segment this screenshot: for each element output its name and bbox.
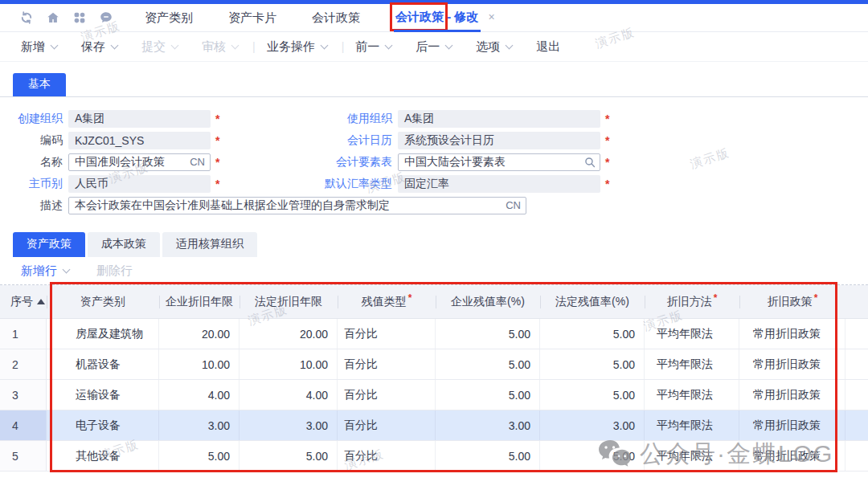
table-row[interactable]: 4 电子设备 3.00 3.00 百分比 3.00 3.00 平均年限法 常用折… — [0, 410, 868, 441]
table-row[interactable]: 2 机器设备 10.00 10.00 百分比 5.00 5.00 平均年限法 常… — [0, 349, 868, 380]
toolbar-separator: | — [252, 40, 256, 53]
corp-residual-rate-cell[interactable]: 5.00 — [436, 380, 540, 410]
column-header-asset-category[interactable]: 资产类别 — [47, 285, 159, 318]
depr-method-cell[interactable]: 平均年限法 — [645, 441, 739, 471]
required-asterisk: * — [605, 112, 609, 125]
legal-depr-years-cell[interactable]: 10.00 — [240, 349, 338, 379]
element-table-label[interactable]: 会计要素表 — [289, 155, 392, 169]
description-label: 描述 — [0, 198, 63, 213]
table-row[interactable]: 3 运输设备 4.00 4.00 百分比 5.00 5.00 平均年限法 常用折… — [0, 380, 868, 410]
depr-method-cell[interactable]: 平均年限法 — [645, 380, 739, 410]
table-row[interactable]: 5 其他设备 5.00 5.00 百分比 5.00 5.00 平均年限法 常用折… — [0, 441, 868, 472]
tab-applicable-orgs[interactable]: 适用核算组织 — [162, 232, 257, 257]
close-tab-icon[interactable]: × — [489, 10, 495, 23]
legal-residual-rate-cell[interactable]: 3.00 — [540, 410, 645, 440]
depr-policy-cell[interactable]: 常用折旧政策 — [739, 380, 845, 410]
residual-type-cell[interactable]: 百分比 — [338, 410, 436, 440]
row-seq-cell[interactable]: 5 — [0, 441, 47, 471]
depr-method-cell[interactable]: 平均年限法 — [645, 349, 739, 379]
options-button[interactable]: 选项 — [476, 39, 512, 55]
apps-icon[interactable] — [72, 10, 87, 25]
column-header-residual-type[interactable]: 残值类型* — [338, 285, 436, 318]
asset-category-cell[interactable]: 电子设备 — [47, 410, 159, 440]
column-header-depr-method[interactable]: 折旧方法* — [645, 285, 739, 318]
create-org-label[interactable]: 创建组织 — [0, 112, 63, 126]
asset-category-cell[interactable]: 房屋及建筑物 — [47, 319, 159, 349]
table-row[interactable]: 1 房屋及建筑物 20.00 20.00 百分比 5.00 5.00 平均年限法… — [0, 319, 868, 349]
description-input[interactable] — [68, 197, 526, 214]
legal-depr-years-cell[interactable]: 20.00 — [240, 319, 338, 349]
legal-residual-rate-cell[interactable]: 5.00 — [540, 349, 645, 379]
corp-residual-rate-cell[interactable]: 5.00 — [436, 349, 540, 379]
element-table-input[interactable] — [398, 153, 600, 171]
row-seq-cell[interactable]: 3 — [0, 380, 47, 410]
chevron-down-icon — [445, 42, 453, 50]
name-input[interactable] — [68, 153, 211, 171]
tab-asset-category[interactable]: 资产类别 — [145, 10, 193, 26]
tab-asset-policy[interactable]: 资产政策 — [13, 232, 85, 257]
depr-method-cell[interactable]: 平均年限法 — [645, 410, 739, 440]
search-icon[interactable] — [584, 157, 596, 168]
asset-category-cell[interactable]: 运输设备 — [47, 380, 159, 410]
tab-accounting-policy[interactable]: 会计政策 — [312, 10, 360, 26]
depr-policy-cell[interactable]: 常用折旧政策 — [739, 319, 845, 349]
column-header-corp-depr-years[interactable]: 企业折旧年限 — [159, 285, 240, 318]
save-button[interactable]: 保存 — [81, 39, 117, 55]
column-header-legal-residual-rate[interactable]: 法定残值率(%) — [540, 285, 645, 318]
depr-policy-cell[interactable]: 常用折旧政策 — [739, 349, 845, 379]
residual-type-cell[interactable]: 百分比 — [338, 441, 436, 471]
code-label: 编码 — [0, 133, 63, 148]
legal-depr-years-cell[interactable]: 3.00 — [240, 410, 338, 440]
previous-button[interactable]: 前一 — [355, 39, 391, 55]
residual-type-cell[interactable]: 百分比 — [338, 349, 436, 379]
grid-toolbar: 新增行 删除行 — [0, 257, 868, 285]
column-header-corp-residual-rate[interactable]: 企业残值率(%) — [436, 285, 540, 318]
row-seq-cell[interactable]: 4 — [0, 410, 47, 440]
filler-cell — [845, 319, 868, 349]
corp-residual-rate-cell[interactable]: 3.00 — [436, 410, 540, 440]
legal-residual-rate-cell[interactable]: 5.00 — [540, 441, 645, 471]
column-header-legal-depr-years[interactable]: 法定折旧年限 — [240, 285, 338, 318]
column-header-seq[interactable]: 序号 — [0, 285, 47, 318]
tab-cost-policy[interactable]: 成本政策 — [88, 232, 160, 257]
depr-policy-cell[interactable]: 常用折旧政策 — [739, 441, 845, 471]
base-currency-label[interactable]: 主币别 — [0, 177, 63, 191]
residual-type-cell[interactable]: 百分比 — [338, 319, 436, 349]
exit-button[interactable]: 退出 — [536, 39, 560, 55]
corp-residual-rate-cell[interactable]: 5.00 — [436, 319, 540, 349]
next-button[interactable]: 后一 — [416, 39, 452, 55]
depr-policy-cell[interactable]: 常用折旧政策 — [739, 410, 845, 440]
tab-asset-card[interactable]: 资产卡片 — [228, 10, 276, 26]
corp-depr-years-cell[interactable]: 20.00 — [159, 319, 240, 349]
create-org-field: A集团 — [68, 110, 211, 128]
legal-depr-years-cell[interactable]: 5.00 — [240, 441, 338, 471]
default-rate-type-label[interactable]: 默认汇率类型 — [289, 177, 392, 191]
asset-category-cell[interactable]: 机器设备 — [47, 349, 159, 379]
legal-residual-rate-cell[interactable]: 5.00 — [540, 319, 645, 349]
active-tab-suffix: - 修改 — [444, 10, 478, 23]
chat-icon[interactable] — [99, 10, 113, 25]
tab-accounting-policy-modify[interactable]: 会计政策 - 修改 × — [395, 10, 495, 27]
row-seq-cell[interactable]: 1 — [0, 319, 47, 349]
corp-depr-years-cell[interactable]: 10.00 — [159, 349, 240, 379]
business-operation-button[interactable]: 业务操作 — [267, 39, 327, 55]
add-row-button[interactable]: 新增行 — [21, 263, 69, 279]
depr-method-cell[interactable]: 平均年限法 — [645, 319, 739, 349]
asset-category-cell[interactable]: 其他设备 — [47, 441, 159, 471]
legal-residual-rate-cell[interactable]: 5.00 — [540, 380, 645, 410]
corp-residual-rate-cell[interactable]: 5.00 — [436, 441, 540, 471]
row-seq-cell[interactable]: 2 — [0, 349, 47, 379]
home-icon[interactable] — [46, 10, 60, 25]
corp-depr-years-cell[interactable]: 3.00 — [159, 410, 240, 440]
column-header-depr-policy[interactable]: 折旧政策* — [739, 285, 845, 318]
filler-cell — [845, 410, 868, 440]
corp-depr-years-cell[interactable]: 5.00 — [159, 441, 240, 471]
use-org-label[interactable]: 使用组织 — [289, 112, 392, 126]
legal-depr-years-cell[interactable]: 4.00 — [240, 380, 338, 410]
corp-depr-years-cell[interactable]: 4.00 — [159, 380, 240, 410]
new-button[interactable]: 新增 — [21, 39, 57, 55]
tab-basic[interactable]: 基本 — [13, 73, 66, 96]
residual-type-cell[interactable]: 百分比 — [338, 380, 436, 410]
sync-icon[interactable] — [19, 10, 34, 25]
accounting-calendar-label[interactable]: 会计日历 — [289, 133, 392, 148]
